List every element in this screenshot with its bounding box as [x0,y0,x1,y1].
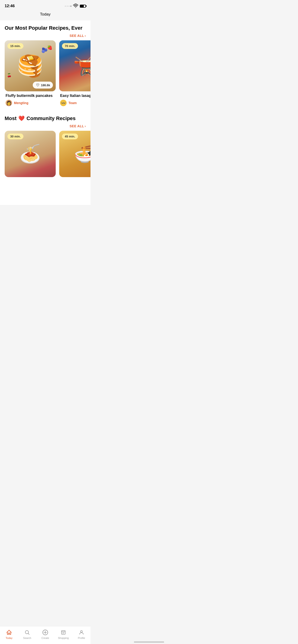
mengting-name: Mengting [14,101,28,105]
recipe-card-penne[interactable]: 🍜 45 min. [59,131,91,177]
recipe-card-lasagna[interactable]: 🫕 🌿 70 min. ♡ Easy Italian lasagna 〰️ Te [59,40,91,106]
bottom-spacer [0,177,91,200]
pancakes-info: Fluffy buttermilk pancakes 👩 Mengting [5,91,56,106]
heart-icon: ♡ [36,83,40,87]
status-time: 12:46 [5,4,15,8]
status-icons [65,3,86,9]
battery-icon [80,5,86,8]
card-image-pancakes: 🥞 🫐 🍓 🍒 15 min. ♡ 186.6k [5,40,56,91]
lasagna-time-badge: 70 min. [62,43,78,49]
pancakes-author-row[interactable]: 👩 Mengting [6,100,55,106]
wifi-icon [73,3,79,9]
pancakes-likes: 186.6k [41,84,50,87]
card-image-penne: 🍜 45 min. [59,131,91,177]
signal-icon [65,6,72,7]
popular-section-header: Our Most Popular Recipes, Ever [0,25,91,34]
status-bar: 12:46 [0,0,91,10]
card-image-pasta: 🍝 30 min. [5,131,56,177]
community-section-header: Most ❤️ Community Recipes [0,116,91,124]
section-gap [0,106,91,113]
team-name: Team [69,101,77,105]
lasagna-name: Easy Italian lasagna [60,94,91,98]
pancakes-time-badge: 15 min. [8,43,24,49]
popular-section-title: Our Most Popular Recipes, Ever [5,25,82,31]
recipe-card-pasta[interactable]: 🍝 30 min. [5,131,56,177]
community-section: Most ❤️ Community Recipes SEE ALL › 🍝 30… [0,113,91,177]
popular-see-all-button[interactable]: SEE ALL › [70,34,86,38]
mengting-avatar: 👩 [6,100,12,106]
popular-cards-row: 🥞 🫐 🍓 🍒 15 min. ♡ 186.6k Fluffy buttermi… [0,40,91,106]
recipe-card-pancakes[interactable]: 🥞 🫐 🍓 🍒 15 min. ♡ 186.6k Fluffy buttermi… [5,40,56,106]
community-title: Most ❤️ Community Recipes [5,116,76,122]
pancakes-like-badge[interactable]: ♡ 186.6k [33,82,53,88]
penne-time-badge: 45 min. [62,134,78,139]
page-title: Today [0,10,91,20]
main-content: Our Most Popular Recipes, Ever SEE ALL ›… [0,20,91,205]
pancakes-name: Fluffy buttermilk pancakes [6,94,55,98]
community-cards-row: 🍝 30 min. 🍜 45 min. [0,131,91,177]
lasagna-author-row[interactable]: 〰️ Team [60,100,91,106]
pasta-time-badge: 30 min. [8,134,24,139]
popular-section: Our Most Popular Recipes, Ever SEE ALL ›… [0,20,91,106]
card-image-lasagna: 🫕 🌿 70 min. ♡ [59,40,91,91]
team-avatar: 〰️ [60,100,67,106]
heart-emoji: ❤️ [18,116,25,122]
community-see-all-button[interactable]: SEE ALL › [70,124,86,128]
svg-point-0 [75,7,76,8]
lasagna-info: Easy Italian lasagna 〰️ Team [59,91,91,106]
